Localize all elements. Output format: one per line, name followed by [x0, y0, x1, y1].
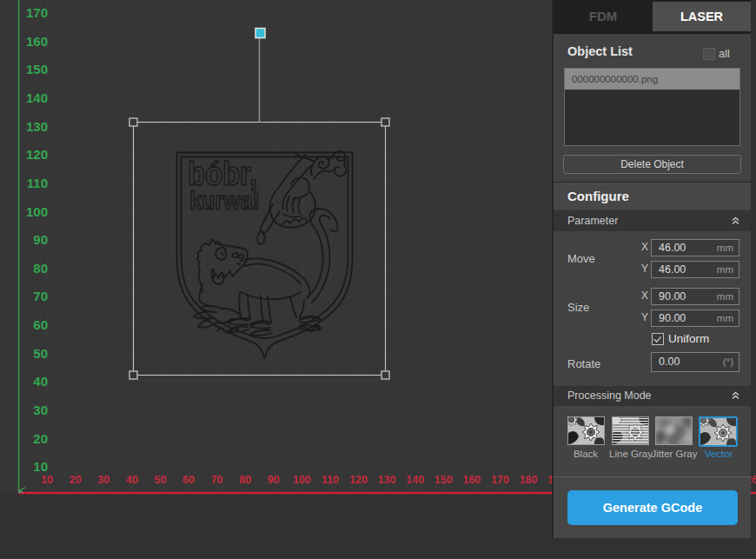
svg-text:10: 10	[41, 474, 53, 486]
svg-text:50: 50	[33, 346, 48, 361]
svg-text:170: 170	[26, 5, 48, 20]
svg-text:140: 140	[406, 474, 424, 486]
svg-text:40: 40	[126, 474, 138, 486]
svg-text:180: 180	[520, 474, 538, 486]
svg-text:120: 120	[349, 474, 368, 486]
svg-text:20: 20	[33, 431, 48, 446]
svg-text:130: 130	[26, 119, 48, 134]
svg-text:70: 70	[211, 474, 223, 486]
svg-text:110: 110	[322, 474, 339, 486]
svg-text:110: 110	[27, 176, 48, 190]
svg-text:160: 160	[462, 474, 481, 486]
svg-text:80: 80	[33, 261, 48, 276]
svg-text:160: 160	[26, 34, 48, 49]
svg-text:150: 150	[434, 474, 453, 486]
svg-text:50: 50	[154, 474, 166, 486]
svg-text:90: 90	[268, 474, 280, 486]
svg-text:40: 40	[33, 374, 48, 389]
svg-text:20: 20	[70, 474, 82, 486]
svg-text:70: 70	[33, 289, 48, 303]
svg-text:100: 100	[26, 204, 48, 219]
svg-text:90: 90	[33, 232, 48, 247]
svg-text:100: 100	[293, 474, 311, 486]
svg-text:10: 10	[33, 459, 48, 474]
svg-text:130: 130	[378, 474, 396, 486]
svg-text:170: 170	[491, 474, 509, 486]
svg-text:30: 30	[33, 403, 48, 417]
svg-text:30: 30	[97, 474, 109, 486]
svg-text:120: 120	[26, 147, 48, 162]
svg-text:150: 150	[26, 62, 48, 77]
svg-text:140: 140	[26, 90, 48, 105]
svg-text:60: 60	[182, 474, 195, 486]
svg-text:60: 60	[33, 317, 48, 332]
svg-text:80: 80	[239, 474, 251, 486]
svg-text:kurwa!: kurwa!	[189, 187, 260, 215]
